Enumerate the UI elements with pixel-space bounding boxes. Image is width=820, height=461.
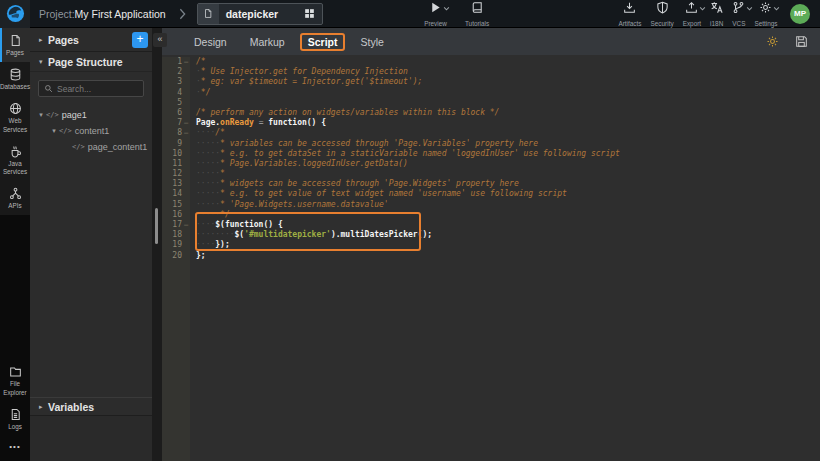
chevron-right-icon [179, 8, 186, 20]
indent-whitespace: ····· [196, 200, 220, 209]
fold-spacer [182, 77, 190, 87]
web-services-icon [9, 102, 22, 115]
variables-header[interactable]: ▸ Variables [30, 397, 152, 416]
export-button[interactable]: Export [683, 0, 701, 27]
script-settings-gear-icon[interactable] [766, 35, 779, 48]
preview-icon [429, 0, 442, 18]
gutter-line: 17– [162, 220, 190, 230]
preview-button[interactable]: Preview [424, 0, 447, 27]
fold-marker-icon[interactable]: – [182, 57, 190, 67]
search-input[interactable] [57, 84, 138, 94]
tab-style[interactable]: Style [352, 33, 391, 51]
tree-item-content1[interactable]: ▾</>content1 [30, 123, 152, 139]
gutter-line: 19 [162, 240, 190, 250]
preview-icon-wrap [429, 0, 442, 18]
open-page-tab[interactable]: datepicker [197, 3, 324, 25]
code-line: ·*/ [196, 88, 620, 98]
settings-icon [759, 0, 772, 18]
vcs-button[interactable]: VCS [732, 0, 745, 27]
sidebar-bottom-group: File ExplorerLogs [0, 359, 30, 436]
vcs-icon [732, 0, 745, 18]
fold-marker-icon[interactable]: – [182, 128, 190, 138]
code-token: /* [196, 57, 206, 66]
code-lines[interactable]: /*·* Use Injector.get for Dependency Inj… [190, 57, 620, 461]
editor-column: DesignMarkupScriptStyle 1–234567–8–91011… [162, 28, 820, 461]
code-token: Page [196, 118, 215, 127]
apis-icon [9, 187, 22, 200]
i18n-icon [710, 0, 723, 18]
gutter-line: 1– [162, 57, 190, 67]
java-services-icon [9, 145, 22, 158]
search-box[interactable] [38, 80, 144, 97]
code-token: * widgets can be accessed through 'Page.… [220, 179, 519, 188]
tutorials-icon [471, 0, 484, 18]
sidebar-item-java-services[interactable]: Java Services [0, 139, 30, 181]
script-editor[interactable]: 1–234567–8–91011121314151617–181920 /*·*… [162, 55, 820, 461]
pages-panel-header[interactable]: ▸ Pages + [30, 28, 152, 52]
vcs-icon-wrap [732, 0, 745, 18]
line-number: 11 [172, 159, 182, 169]
fold-marker-icon[interactable]: – [182, 220, 190, 230]
indent-whitespace: ····· [196, 149, 220, 158]
indent-whitespace: ····· [196, 179, 220, 188]
panel-divider[interactable] [152, 28, 162, 461]
tab-design[interactable]: Design [186, 33, 235, 51]
fold-spacer [182, 251, 190, 261]
add-page-button[interactable]: + [132, 32, 148, 48]
line-number: 12 [172, 169, 182, 179]
wavemaker-logo-icon [6, 4, 25, 23]
app-logo[interactable] [0, 0, 30, 28]
variables-title: Variables [48, 401, 94, 413]
fold-spacer [182, 189, 190, 199]
line-number-gutter: 1–234567–8–91011121314151617–181920 [162, 57, 190, 461]
settings-button[interactable]: Settings [754, 0, 777, 27]
sidebar-item-databases[interactable]: Databases [0, 62, 30, 96]
code-token: /* perform any action on widgets/variabl… [196, 108, 499, 117]
panel-scrollbar[interactable] [155, 208, 158, 244]
save-icon[interactable] [795, 35, 808, 48]
sidebar-item-web-services[interactable]: Web Services [0, 96, 30, 138]
artifacts-button[interactable]: Artifacts [618, 0, 641, 27]
code-token: multiDatesPicker(); [341, 230, 433, 239]
code-token: * 'Page.Widgets.username.datavalue' [220, 200, 389, 209]
export-icon-wrap [685, 0, 698, 18]
fold-marker-icon[interactable]: – [182, 118, 190, 128]
tutorials-button[interactable]: Tutorials [465, 0, 489, 27]
grid-icon[interactable] [304, 8, 315, 19]
tab-script[interactable]: Script [300, 33, 346, 51]
sidebar-item-label: Logs [8, 423, 22, 431]
code-line: ·····* e.g. to get value of text widget … [196, 189, 620, 199]
code-token: * [220, 169, 225, 178]
code-line: ·····*/ [196, 210, 620, 220]
fold-spacer [182, 240, 190, 250]
sidebar-item-apis[interactable]: APIs [0, 181, 30, 215]
line-number: 19 [172, 240, 182, 250]
page-structure-header[interactable]: ▾ Page Structure [30, 52, 152, 72]
user-avatar[interactable]: MP [790, 4, 810, 24]
topbar-right-tools: ArtifactsSecurityExporti18NVCSSettings [614, 0, 782, 27]
more-options-icon[interactable]: ••• [0, 436, 30, 461]
line-number: 15 [172, 200, 182, 210]
code-token: $(function() { [215, 220, 282, 229]
sidebar-item-label: APIs [8, 202, 21, 210]
tree-item-label: page1 [62, 110, 87, 120]
databases-icon [9, 68, 22, 81]
tree-item-page1[interactable]: ▾</>page1 [30, 107, 152, 123]
sidebar-item-label: Pages [6, 49, 24, 57]
sidebar-item-file-explorer[interactable]: File Explorer [0, 359, 30, 401]
security-button[interactable]: Security [651, 0, 674, 27]
gutter-line: 11 [162, 159, 190, 169]
sidebar-item-logs[interactable]: Logs [0, 402, 30, 436]
i18n-icon-wrap [710, 0, 723, 18]
i18n-button[interactable]: i18N [710, 0, 723, 27]
collapse-panel-icon[interactable]: « [153, 33, 167, 47]
sidebar-item-pages[interactable]: Pages [0, 28, 30, 62]
caret-down-icon [443, 5, 450, 12]
indent-whitespace: ···· [196, 240, 215, 249]
gutter-line: 8– [162, 128, 190, 138]
tree-item-page_content1[interactable]: </>page_content1 [30, 139, 152, 155]
code-token: function() { [268, 118, 326, 127]
tab-markup[interactable]: Markup [242, 33, 293, 51]
fold-spacer [182, 139, 190, 149]
fold-spacer [182, 179, 190, 189]
